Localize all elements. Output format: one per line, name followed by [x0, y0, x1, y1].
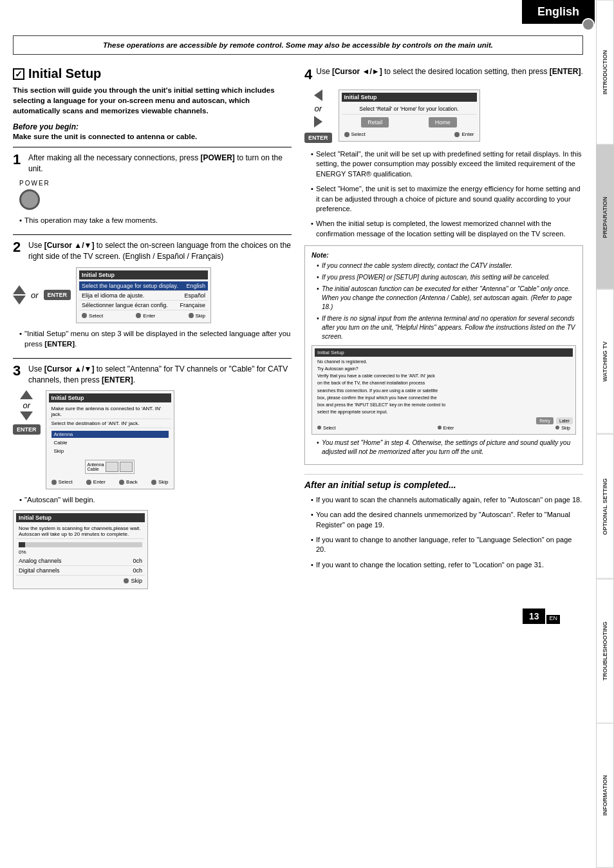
note-list: If you connect the cable system directly… — [312, 261, 576, 341]
section-title: ✓ Initial Setup — [13, 66, 292, 81]
tv-row-francais: Sélectionner langue écran config. França… — [79, 301, 208, 310]
box-icon — [106, 462, 118, 472]
before-begin-title: Before you begin: — [13, 122, 292, 131]
step3-select-icon — [51, 480, 57, 485]
step4-or: or — [314, 104, 322, 113]
step4-select: Select — [344, 131, 366, 137]
step-2-number: 2 — [13, 240, 26, 254]
step3-arrow-down — [20, 411, 33, 420]
ns-select: Select — [317, 426, 335, 430]
note-screen-row-7: box and press the 'INPUT SELECT' key on … — [315, 401, 573, 408]
section-intro: This section will guide you through the … — [13, 85, 292, 116]
power-label: POWER — [19, 180, 50, 187]
step-3-tv-title: Initial Setup — [49, 393, 171, 402]
power-button-icon — [19, 189, 40, 210]
note-screen-row-6: box, please confirm the input which you … — [315, 394, 573, 401]
digital-label: Digital channels — [19, 567, 60, 574]
after-setup-title: After an initial setup is completed... — [304, 474, 583, 490]
step-3-bullet-1: "Autoscan" will begin. — [19, 495, 292, 505]
tab-watching-tv[interactable]: WATCHING TV — [596, 289, 614, 434]
tv-row-espanol-left: Elija el idioma de ajuste. — [82, 292, 144, 299]
tab-introduction[interactable]: INTRODUCTION — [596, 0, 614, 145]
step-4-buttons: Retail Home — [342, 117, 477, 127]
note-screen-title: Initial Setup — [315, 348, 573, 357]
step-4-number: 4 — [304, 66, 312, 83]
right-bullet-2: Select "Home", the unit is set to maximi… — [311, 184, 583, 214]
arrow-down-icon — [13, 296, 26, 305]
ns-enter: Enter — [438, 426, 454, 430]
ns-enter-icon — [438, 426, 442, 429]
step-3: 3 Use [Cursor ▲/▼] to select "Antenna" f… — [13, 358, 292, 590]
step-2-tv-title: Initial Setup — [79, 270, 208, 279]
step-4-illustration: or ENTER Initial Setup Select 'Retail' o… — [304, 90, 583, 143]
antenna-label: AntennaCable — [87, 462, 104, 471]
tv-row-espanol-right: Español — [185, 292, 206, 299]
footer-enter-label: Enter — [143, 313, 155, 319]
step3-skip-label: Skip — [158, 479, 169, 485]
tab-information[interactable]: INFORMATION — [596, 723, 614, 868]
tv-row-francais-right: Française — [180, 302, 206, 308]
checkbox-icon: ✓ — [13, 68, 24, 80]
after-bullet-2: You can add the desired channels unmemor… — [311, 510, 583, 530]
analog-value: 0ch — [133, 558, 142, 564]
step-3-illustration: or ENTER Initial Setup Make sure the ant… — [13, 390, 292, 489]
enter-icon — [136, 313, 141, 318]
step3-option-cable: Cable — [51, 439, 169, 446]
step-2-tv-screen: Initial Setup Select the language for se… — [76, 267, 211, 323]
step3-select-label: Select — [59, 479, 73, 485]
autoscan-skip-icon — [124, 578, 129, 583]
arrow-up-down — [13, 285, 26, 305]
ns-select-label: Select — [323, 426, 335, 430]
step3-enter-icon — [86, 480, 91, 485]
progress-fill — [19, 542, 25, 547]
step3-enter: ENTER — [13, 424, 41, 435]
step-4-header: 4 Use [Cursor ◄/►] to select the desired… — [304, 66, 583, 83]
step-2-text: Use [Cursor ▲/▼] to select the on-screen… — [28, 240, 292, 262]
ns-skip: Skip — [555, 426, 570, 430]
after-setup-bullets: If you want to scan the channels automat… — [304, 495, 583, 570]
step4-enter-footer: Enter — [454, 131, 474, 137]
step-1-bullets: This operation may take a few moments. — [13, 215, 292, 225]
tab-preparation[interactable]: PREPARATION — [596, 145, 614, 290]
arrow-up-icon — [13, 285, 26, 294]
later-button: Later — [556, 417, 573, 424]
step3-skip-icon — [151, 480, 156, 485]
arrow-left-icon — [314, 90, 322, 101]
step-3-arrows: or ENTER — [13, 390, 41, 435]
step3-options: Antenna Cable Skip — [49, 428, 171, 457]
step-2-header: 2 Use [Cursor ▲/▼] to select the on-scre… — [13, 240, 292, 262]
note-screen-footer: Select Enter Skip — [315, 424, 573, 431]
ns-enter-label: Enter — [443, 426, 454, 430]
footer-skip: Skip — [189, 313, 206, 319]
step4-enter-icon — [454, 132, 460, 137]
step4-instruction: Select 'Retail' or 'Home' for your locat… — [342, 104, 477, 115]
enter-button-icon: ENTER — [44, 290, 71, 300]
autoscan-skip-label: Skip — [131, 578, 142, 584]
step-2-bullet-1: "Initial Setup" menu on step 3 will be d… — [19, 328, 292, 349]
main-content: These operations are accessible by remot… — [0, 0, 596, 637]
note-bottom-1: You must set "Home" in step 4. Otherwise… — [317, 439, 576, 457]
footer-enter: Enter — [136, 313, 155, 319]
section-title-text: Initial Setup — [28, 66, 101, 81]
note-screen-small: Initial Setup No channel is registered. … — [312, 345, 576, 435]
retry-button: Retry — [536, 417, 554, 424]
ns-skip-label: Skip — [561, 426, 570, 430]
tv-row-english: Select the language for setup display. E… — [79, 281, 208, 291]
step-2: 2 Use [Cursor ▲/▼] to select the on-scre… — [13, 234, 292, 349]
tab-troubleshooting[interactable]: TROUBLESHOOTING — [596, 579, 614, 724]
autoscan-screen: Initial Setup Now the system is scanning… — [13, 510, 148, 589]
step-1-number: 1 — [13, 153, 26, 167]
or-text: or — [31, 290, 39, 300]
step-3-header: 3 Use [Cursor ▲/▼] to select "Antenna" f… — [13, 364, 292, 386]
tv-row-english-left: Select the language for setup display. — [82, 283, 178, 289]
tv-row-francais-left: Sélectionner langue écran config. — [82, 302, 168, 308]
left-column: ✓ Initial Setup This section will guide … — [13, 66, 292, 598]
step3-footer: Select Enter Back — [49, 478, 171, 486]
step3-footer-enter: Enter — [86, 479, 106, 485]
step4-enter-label: Enter — [461, 131, 474, 137]
tab-optional-setting[interactable]: OPTIONAL SETTING — [596, 434, 614, 579]
step-4-tv-title: Initial Setup — [342, 93, 477, 102]
step-4-arrows: or ENTER — [304, 90, 332, 143]
step-2-illustration: or ENTER Initial Setup Select the langua… — [13, 267, 292, 323]
step4-enter: ENTER — [304, 133, 332, 143]
